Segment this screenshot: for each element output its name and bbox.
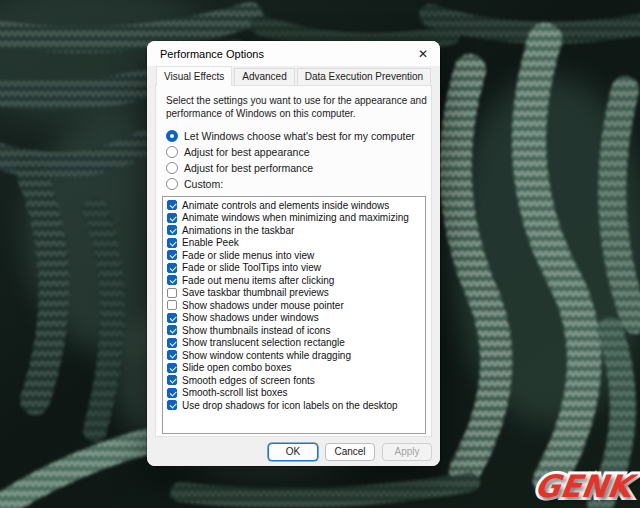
radio-button[interactable] [166, 130, 178, 142]
checkbox[interactable] [167, 213, 177, 223]
effect-smooth-edges-of-screen-fonts[interactable]: Smooth edges of screen fonts [167, 374, 425, 387]
checkbox[interactable] [167, 200, 177, 210]
effect-show-window-contents-while-dragging[interactable]: Show window contents while dragging [167, 349, 425, 362]
tab-label: Advanced [242, 71, 286, 82]
dialog-footer: OK Cancel Apply [147, 437, 440, 466]
checkbox-label: Use drop shadows for icon labels on the … [182, 400, 398, 411]
effect-fade-or-slide-menus-into-view[interactable]: Fade or slide menus into view [167, 249, 425, 262]
tab-label: Visual Effects [164, 71, 224, 82]
checkbox[interactable] [167, 388, 177, 398]
effect-animate-controls-and-elements-inside-windows[interactable]: Animate controls and elements inside win… [167, 199, 425, 212]
checkbox-label: Animate controls and elements inside win… [182, 200, 389, 211]
checkbox[interactable] [167, 375, 177, 385]
dialog-title: Performance Options [147, 48, 406, 60]
visual-effects-list[interactable]: Animate controls and elements inside win… [162, 196, 426, 434]
checkbox[interactable] [167, 225, 177, 235]
effect-fade-or-slide-tooltips-into-view[interactable]: Fade or slide ToolTips into view [167, 262, 425, 275]
effect-use-drop-shadows-for-icon-labels-on-the-desktop[interactable]: Use drop shadows for icon labels on the … [167, 399, 425, 412]
checkbox-label: Enable Peek [182, 237, 239, 248]
performance-options-dialog: Performance Options ✕ Visual Effects Adv… [147, 41, 440, 466]
effect-show-translucent-selection-rectangle[interactable]: Show translucent selection rectangle [167, 337, 425, 350]
genk-logo: GENK [533, 468, 635, 504]
checkbox-label: Show translucent selection rectangle [182, 337, 345, 348]
settings-description: Select the settings you want to use for … [156, 86, 431, 120]
checkbox[interactable] [167, 275, 177, 285]
checkbox-label: Slide open combo boxes [182, 362, 292, 373]
radio-button[interactable] [166, 178, 178, 190]
effect-show-shadows-under-windows[interactable]: Show shadows under windows [167, 312, 425, 325]
checkbox[interactable] [167, 313, 177, 323]
cancel-button[interactable]: Cancel [325, 443, 375, 461]
effect-enable-peek[interactable]: Enable Peek [167, 237, 425, 250]
radio-label: Custom: [184, 178, 223, 190]
tab-visual-effects[interactable]: Visual Effects [156, 66, 232, 86]
tab-data-execution-prevention[interactable]: Data Execution Prevention [297, 68, 431, 85]
radio-button[interactable] [166, 162, 178, 174]
tab-label: Data Execution Prevention [305, 71, 423, 82]
effect-save-taskbar-thumbnail-previews[interactable]: Save taskbar thumbnail previews [167, 287, 425, 300]
checkbox-label: Show shadows under mouse pointer [182, 300, 344, 311]
effect-animate-windows-when-minimizing-and-maximizing[interactable]: Animate windows when minimizing and maxi… [167, 212, 425, 225]
checkbox[interactable] [167, 350, 177, 360]
visual-effects-tab-page: Select the settings you want to use for … [155, 85, 432, 437]
effect-slide-open-combo-boxes[interactable]: Slide open combo boxes [167, 362, 425, 375]
settings-description-line1: Select the settings you want to use for … [166, 94, 431, 107]
checkbox-label: Smooth edges of screen fonts [182, 375, 315, 386]
checkbox[interactable] [167, 238, 177, 248]
effect-fade-out-menu-items-after-clicking[interactable]: Fade out menu items after clicking [167, 274, 425, 287]
checkbox-label: Smooth-scroll list boxes [182, 387, 288, 398]
checkbox-label: Show thumbnails instead of icons [182, 325, 330, 336]
checkbox-label: Save taskbar thumbnail previews [182, 287, 329, 298]
close-icon[interactable]: ✕ [406, 41, 440, 66]
preset-radio-group: Let Windows choose what's best for my co… [166, 128, 431, 192]
radio-adjust-for-best-appearance[interactable]: Adjust for best appearance [166, 144, 431, 160]
radio-label: Adjust for best performance [184, 162, 313, 174]
checkbox[interactable] [167, 263, 177, 273]
settings-description-line2: performance of Windows on this computer. [166, 107, 431, 120]
desktop: GENK Performance Options ✕ Visual Effect… [0, 0, 640, 508]
checkbox-label: Animations in the taskbar [182, 225, 294, 236]
checkbox[interactable] [167, 325, 177, 335]
radio-button[interactable] [166, 146, 178, 158]
apply-button[interactable]: Apply [382, 443, 432, 461]
ok-button[interactable]: OK [268, 443, 318, 461]
checkbox[interactable] [167, 400, 177, 410]
radio-label: Let Windows choose what's best for my co… [184, 130, 415, 142]
checkbox-label: Fade or slide ToolTips into view [182, 262, 321, 273]
radio-let-windows-choose-what-s-best-for-my-computer[interactable]: Let Windows choose what's best for my co… [166, 128, 431, 144]
effect-animations-in-the-taskbar[interactable]: Animations in the taskbar [167, 224, 425, 237]
radio-custom[interactable]: Custom: [166, 176, 431, 192]
checkbox-label: Show window contents while dragging [182, 350, 351, 361]
radio-label: Adjust for best appearance [184, 146, 310, 158]
checkbox-label: Animate windows when minimizing and maxi… [182, 212, 409, 223]
effect-show-shadows-under-mouse-pointer[interactable]: Show shadows under mouse pointer [167, 299, 425, 312]
checkbox[interactable] [167, 250, 177, 260]
tab-strip: Visual Effects Advanced Data Execution P… [147, 66, 440, 85]
checkbox[interactable] [167, 288, 177, 298]
effect-smooth-scroll-list-boxes[interactable]: Smooth-scroll list boxes [167, 387, 425, 400]
effect-show-thumbnails-instead-of-icons[interactable]: Show thumbnails instead of icons [167, 324, 425, 337]
checkbox[interactable] [167, 300, 177, 310]
checkbox[interactable] [167, 363, 177, 373]
checkbox-label: Show shadows under windows [182, 312, 319, 323]
checkbox-label: Fade or slide menus into view [182, 250, 314, 261]
checkbox[interactable] [167, 338, 177, 348]
checkbox-label: Fade out menu items after clicking [182, 275, 334, 286]
tab-advanced[interactable]: Advanced [234, 68, 294, 85]
dialog-titlebar: Performance Options ✕ [147, 41, 440, 66]
radio-adjust-for-best-performance[interactable]: Adjust for best performance [166, 160, 431, 176]
